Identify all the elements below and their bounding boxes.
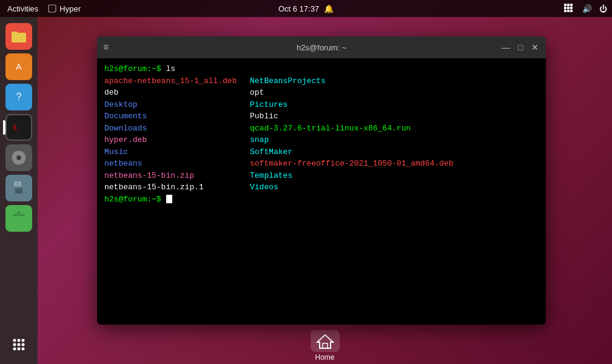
grid-icon[interactable] (5, 331, 32, 358)
svg-rect-7 (564, 10, 567, 12)
svg-point-26 (13, 339, 16, 342)
terminal-window: ≡ h2s@forum: ~ — □ ✕ h2s@forum:~$ ls apa… (97, 36, 546, 325)
appstore-svg: A (11, 59, 27, 75)
file-row-3: Desktop Pictures (104, 99, 539, 111)
file-row-2: deb opt (104, 87, 539, 99)
svg-rect-1 (564, 4, 567, 6)
sidebar: A ? $_ (0, 17, 38, 364)
svg-rect-0 (49, 5, 56, 12)
svg-rect-23 (17, 183, 18, 185)
topbar-right: 🔊 ⏻ (564, 4, 607, 14)
svg-point-27 (18, 339, 21, 342)
file-row-7: Music SoftMaker (104, 146, 539, 158)
power-icon[interactable]: ⏻ (599, 4, 607, 13)
final-prompt-line: h2s@forum:~$ (104, 194, 539, 206)
topbar-left: Activities Hyper (5, 4, 81, 13)
minimize-button[interactable]: — (501, 42, 511, 52)
floppy-icon[interactable] (5, 175, 32, 201)
svg-point-32 (13, 348, 16, 351)
hyper-label: Hyper (48, 4, 81, 13)
terminal-window-icon (48, 4, 56, 13)
bell-icon: 🔔 (324, 4, 334, 13)
home-svg (316, 332, 334, 349)
svg-rect-8 (567, 10, 570, 12)
folder-svg (11, 29, 27, 44)
command-line: h2s@forum:~$ ls (104, 63, 539, 75)
appstore-icon[interactable]: A (5, 53, 32, 80)
taskbar-bottom: Home (38, 334, 612, 364)
help-svg: ? (11, 89, 27, 105)
final-prompt-text: h2s@forum:~$ (104, 195, 161, 204)
topbar-center: Oct 6 17:37 🔔 (278, 4, 334, 13)
cursor (166, 195, 172, 203)
disc-svg (10, 149, 27, 166)
maximize-button[interactable]: □ (516, 42, 525, 52)
terminal-title: h2s@forum: ~ (297, 43, 346, 52)
svg-rect-6 (570, 7, 573, 9)
prompt-text: h2s@forum:~$ (104, 64, 161, 73)
svg-point-19 (18, 157, 20, 159)
svg-rect-9 (570, 10, 573, 12)
trash-icon[interactable] (5, 205, 32, 232)
datetime: Oct 6 17:37 (278, 4, 319, 13)
activities-button[interactable]: Activities (5, 4, 41, 13)
terminal-controls: — □ ✕ (501, 42, 540, 52)
svg-point-28 (22, 339, 25, 342)
svg-text:A: A (16, 62, 22, 72)
file-row-6: hyper.deb snap (104, 134, 539, 146)
trash-svg (12, 211, 26, 226)
files-icon[interactable] (5, 23, 32, 50)
terminal-titlebar: ≡ h2s@forum: ~ — □ ✕ (97, 36, 546, 58)
terminal-svg: $_ (11, 121, 27, 133)
svg-rect-25 (17, 212, 21, 214)
terminal-body: h2s@forum:~$ ls apache-netbeans_15-1_all… (97, 58, 546, 325)
svg-text:?: ? (16, 92, 22, 102)
file-row-5: Downloads qcad-3.27.6-trial-linux-x86_64… (104, 123, 539, 135)
floppy-svg (11, 180, 27, 196)
help-icon[interactable]: ? (5, 84, 32, 110)
network-svg (564, 4, 575, 12)
file-row-4: Documents Public (104, 110, 539, 123)
svg-rect-24 (13, 214, 25, 216)
home-icon (311, 330, 340, 352)
svg-point-31 (22, 343, 25, 346)
svg-point-30 (18, 343, 21, 346)
svg-text:$_: $_ (13, 123, 21, 131)
file-row-10: netbeans-15-bin.zip.1 Videos (104, 181, 539, 194)
file-row-9: netbeans-15-bin.zip Templates (104, 170, 539, 182)
svg-point-33 (18, 348, 21, 351)
svg-rect-4 (564, 7, 567, 9)
svg-rect-36 (323, 343, 328, 348)
svg-rect-3 (570, 4, 573, 6)
network-icon[interactable] (564, 4, 575, 14)
terminal-icon[interactable]: $_ (5, 114, 32, 141)
svg-rect-11 (12, 32, 18, 35)
grid-svg (12, 337, 26, 352)
terminal-menu-icon[interactable]: ≡ (103, 42, 109, 53)
home-icon-wrap[interactable]: Home (311, 330, 340, 362)
svg-marker-35 (317, 335, 333, 348)
disc-icon[interactable] (5, 144, 32, 171)
file-row-8: netbeans softmaker-freeoffice-2021_1050-… (104, 158, 539, 170)
svg-rect-22 (15, 188, 22, 194)
topbar: Activities Hyper Oct 6 17:37 🔔 🔊 ⏻ (0, 0, 612, 17)
close-button[interactable]: ✕ (530, 42, 540, 52)
svg-point-29 (13, 343, 16, 346)
svg-rect-2 (567, 4, 570, 6)
volume-icon[interactable]: 🔊 (582, 4, 592, 13)
home-label: Home (315, 353, 334, 362)
svg-point-34 (22, 348, 25, 351)
svg-rect-5 (567, 7, 570, 9)
file-row-1: apache-netbeans_15-1_all.deb NetBeansPro… (104, 75, 539, 87)
